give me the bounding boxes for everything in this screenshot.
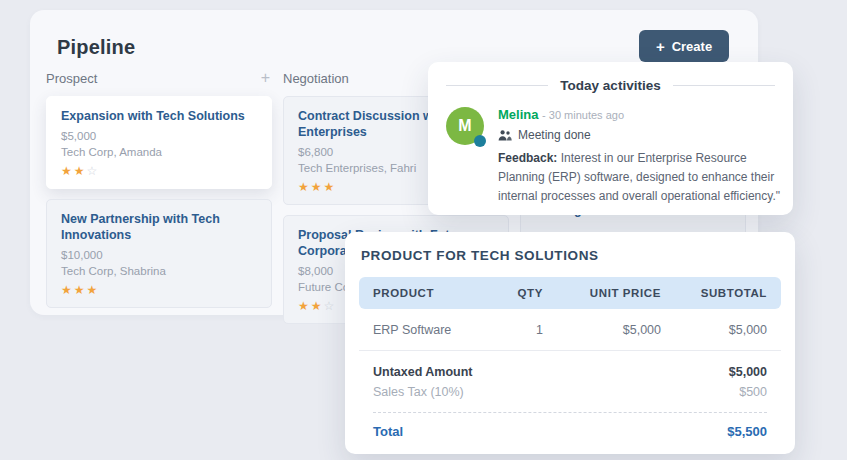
- feedback-label: Feedback:: [498, 151, 557, 165]
- activities-titlebar: Today activities: [446, 78, 775, 93]
- product-table-row: ERP Software 1 $5,000 $5,000: [359, 309, 781, 351]
- total-line: Total $5,500: [359, 413, 781, 439]
- column-name: Prospect: [46, 71, 97, 86]
- today-activities-panel: Today activities M Melina - 30 minutes a…: [428, 62, 793, 215]
- tax-value: $500: [739, 382, 767, 402]
- deal-amount: $10,000: [61, 248, 257, 262]
- star-icon: ★: [74, 283, 87, 297]
- deal-title: Expansion with Tech Solutions: [61, 108, 257, 124]
- star-icon: ★: [298, 180, 311, 194]
- cell-subtotal: $5,000: [661, 323, 767, 337]
- app-screen: Pipeline + Create Prospect + Expansion w…: [0, 0, 847, 460]
- create-button[interactable]: + Create: [639, 30, 729, 62]
- header-qty: QTY: [481, 287, 543, 299]
- column-prospect: Prospect + Expansion with Tech Solutions…: [46, 70, 272, 318]
- deal-amount: $5,000: [61, 129, 257, 143]
- activity-feedback: Feedback: Interest in our Enterprise Res…: [498, 149, 790, 206]
- star-icon: ★: [324, 180, 337, 194]
- deal-rating: ★★★: [61, 282, 257, 297]
- activities-title: Today activities: [560, 78, 660, 93]
- untaxed-value: $5,000: [729, 362, 767, 382]
- header-product: PRODUCT: [373, 287, 481, 299]
- star-icon: ★: [87, 283, 100, 297]
- divider: [446, 85, 548, 86]
- untaxed-amount-line: Untaxed Amount $5,000: [373, 362, 767, 382]
- status-dot-icon: [474, 135, 486, 147]
- column-header: Prospect +: [46, 70, 272, 86]
- activity-timestamp: - 30 minutes ago: [542, 109, 624, 121]
- deal-contact: Tech Corp, Amanda: [61, 145, 257, 159]
- totals-section: Untaxed Amount $5,000 Sales Tax (10%) $5…: [359, 351, 781, 402]
- deal-card[interactable]: Expansion with Tech Solutions $5,000 Tec…: [46, 96, 272, 189]
- header-subtotal: SUBTOTAL: [661, 287, 767, 299]
- tax-label: Sales Tax (10%): [373, 382, 464, 402]
- product-panel-title: PRODUCT FOR TECH SOLUTIONS: [359, 248, 781, 263]
- star-icon: ★: [61, 283, 74, 297]
- meeting-icon: [498, 130, 512, 141]
- total-label: Total: [373, 424, 403, 439]
- column-name: Negotiation: [283, 71, 349, 86]
- star-icon: ☆: [87, 164, 100, 178]
- deal-card[interactable]: New Partnership with Tech Innovations $1…: [46, 199, 272, 308]
- star-icon: ★: [311, 180, 324, 194]
- create-button-label: Create: [672, 39, 712, 54]
- cell-unit-price: $5,000: [543, 323, 661, 337]
- product-panel: PRODUCT FOR TECH SOLUTIONS PRODUCT QTY U…: [345, 232, 795, 454]
- star-icon: ☆: [324, 299, 337, 313]
- activity-name-line: Melina - 30 minutes ago: [498, 107, 775, 123]
- deal-rating: ★★☆: [61, 163, 257, 178]
- deal-contact: Tech Corp, Shabrina: [61, 264, 257, 278]
- user-name-link[interactable]: Melina: [498, 107, 538, 122]
- product-table-header: PRODUCT QTY UNIT PRICE SUBTOTAL: [359, 277, 781, 309]
- avatar[interactable]: M: [446, 107, 484, 145]
- deal-title: Innovations: [61, 227, 257, 243]
- page-title: Pipeline: [57, 36, 135, 59]
- activity-type-label: Meeting done: [518, 127, 591, 143]
- total-value: $5,500: [727, 424, 767, 439]
- activity-body: Melina - 30 minutes ago Meeting done Fee…: [498, 107, 775, 206]
- activity-type-line: Meeting done: [498, 127, 775, 143]
- plus-icon: +: [656, 39, 665, 54]
- cell-qty: 1: [481, 323, 543, 337]
- divider: [673, 85, 775, 86]
- cell-product: ERP Software: [373, 323, 481, 337]
- activity-item: M Melina - 30 minutes ago Meeting done F…: [446, 107, 775, 206]
- add-card-icon[interactable]: +: [261, 70, 270, 86]
- untaxed-label: Untaxed Amount: [373, 362, 473, 382]
- deal-title: New Partnership with Tech: [61, 211, 257, 227]
- star-icon: ★: [74, 164, 87, 178]
- sales-tax-line: Sales Tax (10%) $500: [373, 382, 767, 402]
- star-icon: ★: [311, 299, 324, 313]
- star-icon: ★: [61, 164, 74, 178]
- star-icon: ★: [298, 299, 311, 313]
- header-unit-price: UNIT PRICE: [543, 287, 661, 299]
